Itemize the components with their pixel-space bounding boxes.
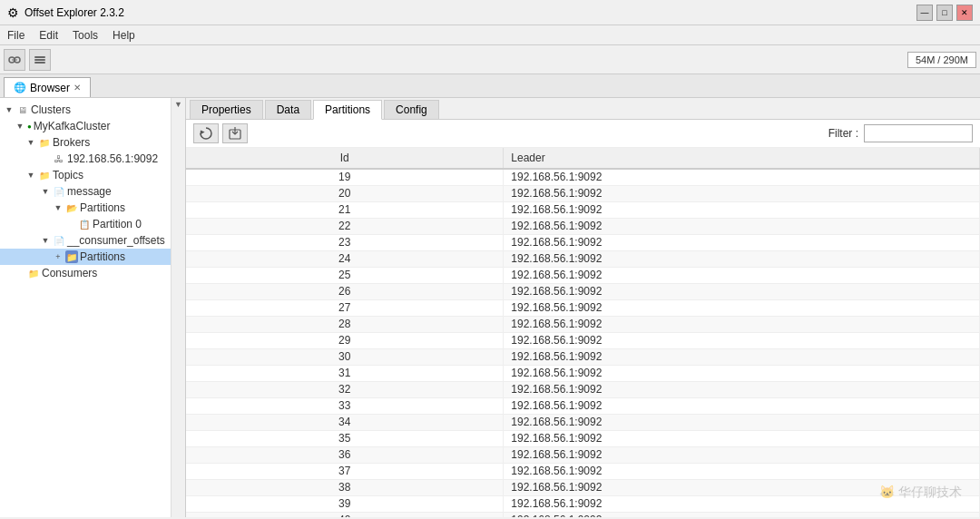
col-leader-header: Leader	[504, 148, 980, 169]
minimize-button[interactable]: —	[916, 5, 933, 21]
table-row[interactable]: 31192.168.56.1:9092	[186, 365, 980, 381]
tree-item-mykafkacluster[interactable]: ▼ ● MyKafkaCluster	[0, 118, 185, 134]
svg-marker-6	[199, 129, 205, 134]
toolbar: 54M / 290M	[0, 45, 980, 74]
table-row[interactable]: 28192.168.56.1:9092	[186, 316, 980, 332]
svg-rect-4	[34, 59, 45, 61]
cell-id: 25	[186, 267, 504, 283]
tab-data[interactable]: Data	[265, 100, 311, 119]
table-row[interactable]: 26192.168.56.1:9092	[186, 283, 980, 299]
maximize-button[interactable]: □	[936, 5, 953, 21]
tree-item-consumer-offsets[interactable]: ▼ 📄 __consumer_offsets	[0, 232, 185, 249]
expand-topics[interactable]: ▼	[25, 170, 36, 181]
partitions-msg-label: Partitions	[80, 201, 125, 214]
table-row[interactable]: 39192.168.56.1:9092	[186, 495, 980, 512]
table-row[interactable]: 38192.168.56.1:9092	[186, 479, 980, 495]
table-row[interactable]: 22192.168.56.1:9092	[186, 218, 980, 234]
cell-id: 37	[186, 463, 504, 479]
menu-item-file[interactable]: File	[0, 27, 32, 44]
browser-tab-close[interactable]: ✕	[74, 83, 81, 93]
partitions-sel-label: Partitions	[80, 250, 125, 263]
table-row[interactable]: 23192.168.56.1:9092	[186, 234, 980, 250]
clusters-icon: 🖥	[16, 103, 29, 116]
export-button[interactable]	[222, 123, 248, 143]
expand-partitions-msg[interactable]: ▼	[53, 202, 64, 213]
mykafkacluster-label: MyKafkaCluster	[34, 120, 111, 132]
expand-consumers[interactable]: ▶	[15, 268, 25, 279]
table-row[interactable]: 21192.168.56.1:9092	[186, 201, 980, 218]
titlebar-left: ⚙ Offset Explorer 2.3.2	[7, 5, 124, 20]
content-toolbar: Filter :	[186, 120, 980, 148]
cell-id: 24	[186, 250, 504, 267]
tree-item-partitions-msg[interactable]: ▼ 📂 Partitions	[0, 200, 185, 216]
tab-config[interactable]: Config	[384, 100, 439, 119]
tree-item-brokers[interactable]: ▼ 📁 Brokers	[0, 134, 185, 151]
table-row[interactable]: 34192.168.56.1:9092	[186, 414, 980, 430]
table-row[interactable]: 20192.168.56.1:9092	[186, 185, 980, 201]
expand-broker1[interactable]: ▶	[40, 153, 51, 164]
menu-item-edit[interactable]: Edit	[32, 27, 65, 44]
browser-tab[interactable]: 🌐 Browser ✕	[4, 77, 91, 97]
tree-item-topics[interactable]: ▼ 📁 Topics	[0, 167, 185, 183]
table-row[interactable]: 24192.168.56.1:9092	[186, 250, 980, 267]
filter-input[interactable]	[864, 124, 973, 142]
table-row[interactable]: 40192.168.56.1:9092	[186, 512, 980, 517]
table-row[interactable]: 36192.168.56.1:9092	[186, 446, 980, 463]
tree-container: ▼ 🖥 Clusters ▼ ● MyKafkaCluster ▼ 📁 Brok…	[0, 98, 185, 285]
table-row[interactable]: 29192.168.56.1:9092	[186, 332, 980, 348]
tree-item-consumers[interactable]: ▶ 📁 Consumers	[0, 265, 185, 281]
tree-item-partition0[interactable]: ▶ 📋 Partition 0	[0, 216, 185, 232]
refresh-button[interactable]	[193, 123, 219, 143]
cell-id: 26	[186, 283, 504, 299]
tree-item-message[interactable]: ▼ 📄 message	[0, 183, 185, 200]
expand-brokers[interactable]: ▼	[25, 137, 36, 148]
table-row[interactable]: 35192.168.56.1:9092	[186, 430, 980, 446]
svg-rect-3	[34, 56, 45, 58]
menubar: FileEditToolsHelp	[0, 25, 980, 45]
table-row[interactable]: 33192.168.56.1:9092	[186, 397, 980, 414]
tree-item-clusters[interactable]: ▼ 🖥 Clusters	[0, 102, 185, 118]
table-row[interactable]: 27192.168.56.1:9092	[186, 299, 980, 316]
message-label: message	[67, 185, 112, 198]
table-row[interactable]: 32192.168.56.1:9092	[186, 381, 980, 397]
cell-leader: 192.168.56.1:9092	[504, 348, 980, 365]
expand-mykafkacluster[interactable]: ▼	[15, 121, 25, 132]
cell-id: 34	[186, 414, 504, 430]
table-row[interactable]: 19192.168.56.1:9092	[186, 169, 980, 185]
cell-leader: 192.168.56.1:9092	[504, 430, 980, 446]
table-row[interactable]: 25192.168.56.1:9092	[186, 267, 980, 283]
message-doc-icon: 📄	[53, 185, 65, 198]
connect-button[interactable]	[4, 49, 25, 71]
table-body: 19192.168.56.1:909220192.168.56.1:909221…	[186, 169, 980, 517]
settings-button[interactable]	[29, 49, 51, 71]
tab-properties[interactable]: Properties	[190, 100, 263, 119]
memory-indicator: 54M / 290M	[907, 52, 976, 68]
expand-partition0[interactable]: ▶	[65, 219, 76, 230]
expand-message[interactable]: ▼	[40, 186, 51, 197]
close-button[interactable]: ✕	[956, 5, 973, 21]
clusters-label: Clusters	[31, 103, 71, 116]
tree-item-partitions-sel[interactable]: + 📁 Partitions	[0, 249, 185, 265]
cell-leader: 192.168.56.1:9092	[504, 267, 980, 283]
table-row[interactable]: 37192.168.56.1:9092	[186, 463, 980, 479]
tree-down-arrow: ▼	[174, 100, 182, 109]
content-tool-buttons	[193, 123, 251, 143]
menu-item-help[interactable]: Help	[105, 27, 142, 44]
expand-clusters[interactable]: ▼	[4, 104, 15, 115]
tree-item-broker1[interactable]: ▶ 🖧 192.168.56.1:9092	[0, 151, 185, 167]
brokers-label: Brokers	[53, 136, 90, 149]
menu-item-tools[interactable]: Tools	[65, 27, 105, 44]
consumers-folder-icon: 📁	[27, 267, 40, 279]
filter-area: Filter :	[828, 124, 973, 142]
cell-id: 27	[186, 299, 504, 316]
tab-partitions[interactable]: Partitions	[313, 100, 382, 120]
cell-leader: 192.168.56.1:9092	[504, 316, 980, 332]
expand-consumer-offsets[interactable]: ▼	[40, 235, 51, 246]
cell-id: 23	[186, 234, 504, 250]
filter-label: Filter :	[828, 127, 858, 140]
consumer-offsets-label: __consumer_offsets	[67, 234, 165, 247]
cell-leader: 192.168.56.1:9092	[504, 169, 980, 185]
expand-partitions-sel[interactable]: +	[53, 251, 64, 262]
tree-scroll-arrow[interactable]: ▼	[171, 98, 185, 517]
table-row[interactable]: 30192.168.56.1:9092	[186, 348, 980, 365]
